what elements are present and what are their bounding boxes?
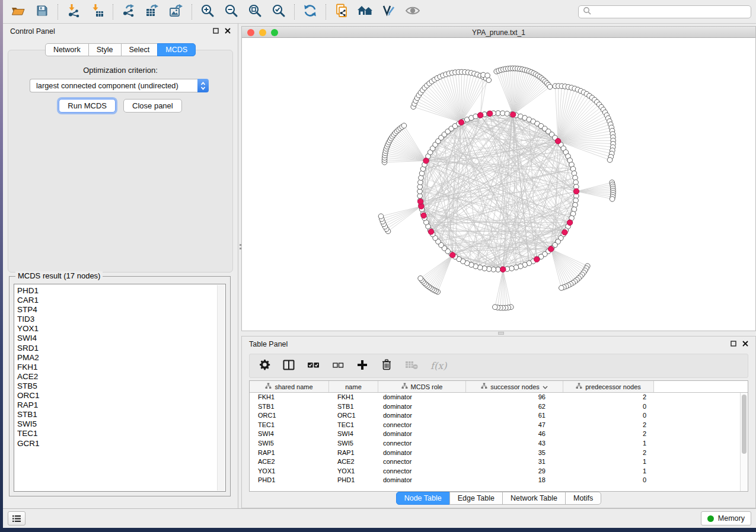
float-panel-icon[interactable] (213, 27, 219, 36)
table-scrollbar[interactable] (740, 393, 748, 491)
toolbar-button-share-document[interactable] (330, 2, 353, 21)
horizontal-splitter-handle[interactable] (498, 332, 504, 335)
show-panel-button[interactable] (8, 511, 25, 525)
table-toolbar-add-button[interactable] (356, 360, 368, 373)
toolbar-button-zoom-out[interactable] (219, 2, 243, 21)
network-canvas[interactable] (242, 38, 755, 331)
tab-network-table[interactable]: Network Table (502, 492, 566, 505)
optimization-criterion-select[interactable]: largest connected component (undirected) (30, 79, 209, 92)
graph-hub-node[interactable] (428, 229, 433, 235)
graph-hub-node[interactable] (567, 220, 572, 225)
mcds-result-item[interactable]: STB1 (17, 410, 40, 419)
tab-motifs[interactable]: Motifs (565, 492, 601, 505)
table-row[interactable]: SWI4SWI4dominator462 (250, 430, 740, 439)
table-row[interactable]: YOX1YOX1connector291 (250, 467, 740, 476)
tab-network[interactable]: Network (45, 43, 89, 56)
network-graph[interactable] (242, 38, 755, 331)
tab-style[interactable]: Style (88, 43, 122, 56)
mcds-result-item[interactable]: SRD1 (17, 344, 40, 353)
toolbar-button-home[interactable] (353, 2, 377, 21)
column-header-name[interactable]: name (329, 381, 378, 392)
memory-button[interactable]: Memory (701, 511, 751, 525)
toolbar-button-show-hidden[interactable] (401, 2, 425, 21)
table-row[interactable]: FKH1FKH1dominator962 (250, 393, 740, 402)
column-header-mcds-role[interactable]: MCDS role (378, 381, 466, 392)
table-toolbar-select-all-button[interactable] (307, 361, 320, 371)
table-row[interactable]: PHD1PHD1dominator180 (250, 476, 740, 485)
mcds-result-item[interactable]: ORC1 (17, 391, 40, 400)
graph-hub-node[interactable] (534, 257, 540, 262)
graph-hub-node[interactable] (562, 230, 567, 235)
close-panel-icon[interactable] (225, 27, 231, 36)
table-row[interactable]: ACE2ACE2connector311 (250, 457, 740, 467)
toolbar-button-zoom-fit[interactable] (243, 2, 267, 21)
graph-node[interactable] (418, 276, 423, 281)
graph-node[interactable] (559, 286, 564, 291)
graph-hub-node[interactable] (511, 112, 516, 117)
graph-node[interactable] (547, 84, 553, 89)
toolbar-button-zoom-selected[interactable] (267, 2, 291, 21)
mcds-result-item[interactable]: SWI5 (17, 419, 40, 429)
mcds-result-item[interactable]: CAR1 (17, 296, 40, 305)
mcds-result-item[interactable]: STP4 (17, 305, 40, 315)
close-table-panel-icon[interactable] (742, 340, 748, 348)
graph-node[interactable] (401, 123, 407, 129)
table-toolbar-deselect-all-button[interactable] (332, 361, 344, 371)
graph-hub-node[interactable] (478, 113, 483, 118)
table-row[interactable]: TEC1TEC1connector472 (250, 421, 740, 430)
graph-hub-node[interactable] (500, 267, 506, 272)
table-row[interactable]: STB1STB1dominator620 (250, 402, 740, 412)
toolbar-button-import-table[interactable] (85, 2, 109, 21)
toolbar-button-hide-labels[interactable] (377, 2, 401, 21)
graph-node[interactable] (493, 305, 498, 310)
toolbar-button-save-session[interactable] (30, 2, 54, 21)
graph-hub-node[interactable] (487, 111, 493, 116)
graph-hub-node[interactable] (573, 188, 579, 194)
mcds-result-item[interactable]: TID3 (17, 315, 40, 324)
tab-mcds[interactable]: MCDS (157, 43, 196, 56)
column-header-predecessor-nodes[interactable]: predecessor nodes (563, 381, 654, 392)
search-input[interactable] (594, 7, 751, 17)
run-mcds-button[interactable]: Run MCDS (59, 99, 116, 113)
mcds-result-list[interactable]: PHD1CAR1STP4TID3YOX1SWI4SRD1PMA2FKH1ACE2… (14, 284, 226, 492)
column-header-shared-name[interactable]: shared name (250, 381, 329, 392)
mcds-result-item[interactable]: YOX1 (17, 324, 40, 334)
table-row[interactable]: ORC1ORC1dominator610 (250, 411, 740, 421)
table-toolbar-delete-button[interactable] (381, 359, 393, 373)
close-panel-button[interactable]: Close panel (123, 99, 182, 113)
graph-hub-node[interactable] (423, 158, 429, 164)
toolbar-button-export-network[interactable] (117, 2, 141, 21)
search-box[interactable] (578, 5, 751, 18)
table-toolbar-columns-button[interactable] (283, 360, 295, 373)
mcds-result-item[interactable]: GCR1 (17, 439, 40, 448)
mcds-result-item[interactable]: PMA2 (17, 353, 40, 363)
list-scrollbar[interactable] (217, 285, 225, 491)
graph-hub-node[interactable] (450, 252, 455, 258)
mcds-result-item[interactable]: STB5 (17, 382, 40, 391)
mcds-result-item[interactable]: RAP1 (17, 400, 40, 410)
mcds-result-item[interactable]: ACE2 (17, 372, 40, 382)
graph-hub-node[interactable] (548, 246, 554, 252)
graph-hub-node[interactable] (458, 120, 464, 125)
toolbar-button-export-image[interactable] (164, 2, 188, 21)
table-toolbar-settings-button[interactable] (259, 359, 270, 373)
tab-node-table[interactable]: Node Table (396, 492, 450, 505)
mcds-result-item[interactable]: FKH1 (17, 363, 40, 372)
mcds-result-item[interactable]: PHD1 (17, 286, 40, 296)
tab-select[interactable]: Select (121, 43, 158, 56)
table-scrollbar-thumb[interactable] (742, 395, 747, 454)
toolbar-button-zoom-in[interactable] (196, 2, 219, 21)
tab-edge-table[interactable]: Edge Table (449, 492, 503, 505)
graph-node[interactable] (607, 158, 613, 163)
mcds-result-item[interactable]: TEC1 (17, 429, 40, 438)
toolbar-button-refresh[interactable] (298, 2, 322, 21)
float-table-panel-icon[interactable] (731, 340, 736, 348)
mcds-result-item[interactable]: SWI4 (17, 334, 40, 343)
graph-hub-node[interactable] (421, 213, 426, 218)
graph-node[interactable] (378, 214, 384, 219)
column-header-successor-nodes[interactable]: successor nodes (466, 381, 563, 392)
toolbar-button-open-file[interactable] (7, 2, 30, 21)
graph-node[interactable] (485, 73, 490, 78)
toolbar-button-export-table[interactable] (141, 2, 164, 21)
toolbar-button-import-network[interactable] (62, 2, 85, 21)
